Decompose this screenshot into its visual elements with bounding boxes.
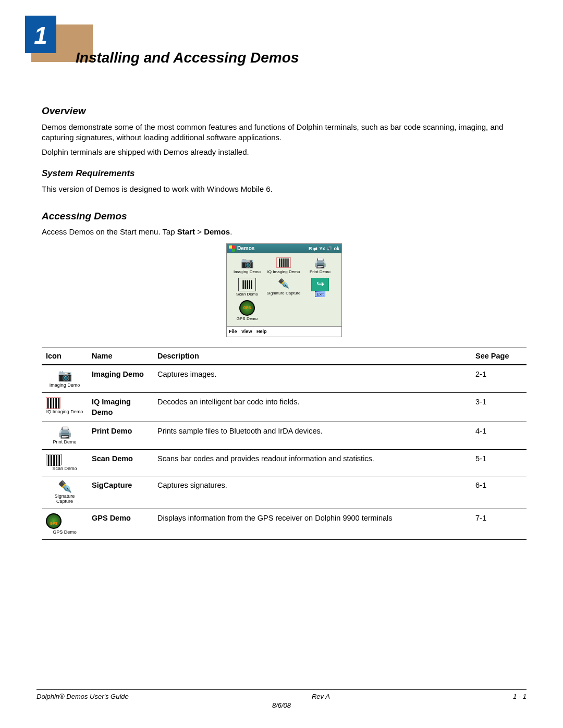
status-icon: Yx bbox=[319, 245, 325, 252]
windows-flag-icon bbox=[229, 245, 235, 252]
cell-name: IQ Imaging Demo bbox=[88, 393, 153, 422]
table-row: IQ Imaging DemoIQ Imaging DemoDecodes an… bbox=[42, 393, 527, 422]
sysreq-para: This version of Demos is designed to wor… bbox=[42, 184, 527, 194]
app-icon-exit[interactable]: Exit bbox=[302, 278, 338, 297]
cell-description: Displays information from the GPS receiv… bbox=[153, 509, 471, 540]
cell-name: GPS Demo bbox=[88, 509, 153, 540]
cell-description: Scans bar codes and provides readout inf… bbox=[153, 450, 471, 476]
status-icon: 🔊 bbox=[326, 245, 332, 252]
overview-heading: Overview bbox=[42, 104, 527, 118]
cell-see-page: 4-1 bbox=[471, 422, 527, 450]
col-description: Description bbox=[153, 348, 471, 365]
cell-icon: Print Demo bbox=[42, 422, 88, 450]
chapter-title: Installing and Accessing Demos bbox=[76, 48, 299, 68]
cell-see-page: 3-1 bbox=[471, 393, 527, 422]
table-row: Scan DemoScan DemoScans bar codes and pr… bbox=[42, 450, 527, 476]
cell-icon: Imaging Demo bbox=[42, 365, 88, 393]
cell-icon: GPS Demo bbox=[42, 509, 88, 540]
cell-icon: IQ Imaging Demo bbox=[42, 393, 88, 422]
cell-description: Captures signatures. bbox=[153, 476, 471, 509]
app-icon-iq-imaging-demo[interactable]: IQ Imaging Demo bbox=[265, 256, 302, 275]
cell-description: Captures images. bbox=[153, 365, 471, 393]
row-icon bbox=[46, 454, 62, 465]
menu-view[interactable]: View bbox=[241, 329, 252, 334]
device-titlebar: Demos R ⇄ Yx 🔊 ok bbox=[227, 244, 341, 253]
table-row: Imaging DemoImaging DemoCaptures images.… bbox=[42, 365, 527, 393]
pen-icon bbox=[275, 278, 292, 290]
exit-icon bbox=[311, 278, 329, 291]
chapter-number-box: 1 bbox=[25, 16, 56, 53]
cell-icon: Signature Capture bbox=[42, 476, 88, 509]
chapter-header: 1 Installing and Accessing Demos bbox=[36, 16, 527, 73]
row-icon bbox=[46, 480, 83, 493]
table-row: GPS DemoGPS DemoDisplays information fro… bbox=[42, 509, 527, 540]
device-screenshot: Demos R ⇄ Yx 🔊 ok Imaging Demo IQ Imagin… bbox=[226, 243, 342, 337]
device-menubar: File View Help bbox=[227, 326, 341, 336]
sysreq-heading: System Requirements bbox=[42, 168, 527, 180]
row-icon bbox=[46, 426, 83, 439]
status-icon: ok bbox=[334, 245, 339, 252]
cell-name: SigCapture bbox=[88, 476, 153, 509]
camera-icon bbox=[239, 256, 255, 269]
menu-file[interactable]: File bbox=[229, 329, 237, 334]
barcode-color-icon bbox=[275, 256, 292, 269]
row-icon bbox=[46, 369, 83, 382]
status-icon: R bbox=[309, 245, 312, 252]
cell-icon: Scan Demo bbox=[42, 450, 88, 476]
cell-name: Print Demo bbox=[88, 422, 153, 450]
table-row: Print DemoPrint DemoPrints sample files … bbox=[42, 422, 527, 450]
cell-name: Imaging Demo bbox=[88, 365, 153, 393]
accessing-heading: Accessing Demos bbox=[42, 209, 527, 223]
col-see-page: See Page bbox=[471, 348, 527, 365]
cell-name: Scan Demo bbox=[88, 450, 153, 476]
cell-description: Decodes an intelligent bar code into fie… bbox=[153, 393, 471, 422]
menu-help[interactable]: Help bbox=[256, 329, 267, 334]
accessing-intro: Access Demos on the Start menu. Tap Star… bbox=[42, 227, 527, 237]
app-icon-scan-demo[interactable]: Scan Demo bbox=[229, 278, 265, 297]
overview-para-2: Dolphin terminals are shipped with Demos… bbox=[42, 147, 527, 157]
printer-icon bbox=[312, 256, 328, 269]
row-icon bbox=[46, 397, 60, 409]
cell-see-page: 6-1 bbox=[471, 476, 527, 509]
cell-see-page: 5-1 bbox=[471, 450, 527, 476]
cell-see-page: 7-1 bbox=[471, 509, 527, 540]
footer-left: Dolphin® Demos User's Guide bbox=[36, 692, 129, 701]
gps-icon bbox=[239, 300, 255, 316]
footer-date: 8/6/08 bbox=[272, 701, 291, 710]
page-footer: Dolphin® Demos User's Guide Rev A 1 - 1 … bbox=[36, 689, 527, 710]
app-icon-signature-capture[interactable]: Signature Capture bbox=[265, 278, 302, 297]
footer-right: 1 - 1 bbox=[513, 692, 527, 701]
app-icon-imaging-demo[interactable]: Imaging Demo bbox=[229, 256, 265, 275]
status-icon: ⇄ bbox=[313, 245, 317, 252]
cell-description: Prints sample files to Bluetooth and IrD… bbox=[153, 422, 471, 450]
col-name: Name bbox=[88, 348, 153, 365]
footer-center: Rev A bbox=[312, 692, 330, 701]
row-icon bbox=[46, 513, 62, 529]
device-app-title: Demos bbox=[237, 245, 254, 252]
table-row: Signature CaptureSigCaptureCaptures sign… bbox=[42, 476, 527, 509]
app-icon-gps-demo[interactable]: GPS Demo bbox=[229, 300, 265, 322]
barcode-icon bbox=[238, 278, 256, 291]
overview-para-1: Demos demonstrate some of the most commo… bbox=[42, 122, 527, 143]
cell-see-page: 2-1 bbox=[471, 365, 527, 393]
demos-table: Icon Name Description See Page Imaging D… bbox=[42, 348, 527, 540]
app-icon-print-demo[interactable]: Print Demo bbox=[302, 256, 338, 275]
col-icon: Icon bbox=[42, 348, 88, 365]
